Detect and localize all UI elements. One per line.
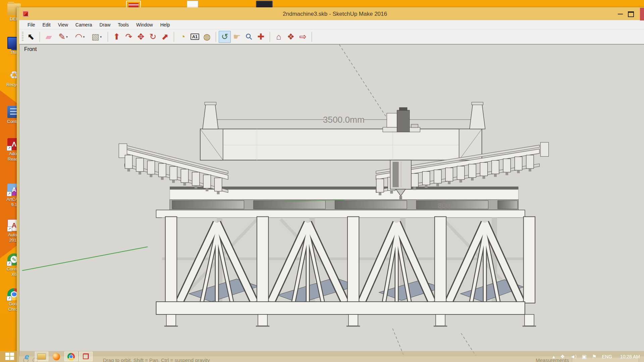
arc-tool[interactable]: ◠ ▾ bbox=[71, 31, 88, 43]
separator[interactable]: ▾ bbox=[270, 32, 270, 42]
tape-measure-tool[interactable]: ◔ ▾ bbox=[177, 31, 189, 43]
menu-window[interactable]: Window bbox=[132, 21, 157, 29]
separator[interactable]: ▾ bbox=[108, 32, 108, 42]
select-tool[interactable]: ⬉ ▾ bbox=[25, 31, 37, 43]
base-frame bbox=[156, 302, 536, 326]
line-tool[interactable]: ✎ ▾ bbox=[55, 31, 71, 43]
system-tray: ▴ ❖ ◄ ▣ ⚑ ENG 10:28 AM bbox=[552, 354, 644, 360]
tray-network-icon[interactable]: ▣ bbox=[582, 354, 587, 360]
menu-bar: File Edit View Camera Draw Tools Window … bbox=[19, 20, 644, 29]
clock[interactable]: 10:28 AM bbox=[620, 354, 640, 359]
extension-warehouse-button[interactable]: ❖ ▾ bbox=[285, 31, 297, 43]
shapes-tool[interactable]: ▧ ▾ bbox=[88, 31, 105, 43]
taskbar-chrome[interactable] bbox=[64, 352, 78, 361]
inner-dimension-label: 800 bbox=[438, 202, 450, 210]
dropdown-arrow-icon[interactable]: ▾ bbox=[66, 35, 68, 39]
titlebar[interactable]: 2ndmachine3.skb - SketchUp Make 2016 bbox=[19, 7, 644, 20]
drawing-viewport[interactable]: 3500.0mm bbox=[19, 44, 644, 356]
menu-draw[interactable]: Draw bbox=[96, 21, 114, 29]
sketchup-window: 2ndmachine3.skb - SketchUp Make 2016 Fil… bbox=[17, 7, 644, 362]
construction-line bbox=[339, 45, 388, 119]
toolbar-tools: ⬉ ▾ ▾ ▰ ▾ ✎ ▾ bbox=[25, 31, 315, 43]
menu-tools[interactable]: Tools bbox=[114, 21, 132, 29]
separator[interactable]: ▾ bbox=[174, 32, 174, 42]
model-canvas[interactable]: 3500.0mm bbox=[19, 45, 644, 356]
window-title: 2ndmachine3.skb - SketchUp Make 2016 bbox=[19, 11, 644, 17]
menu-edit[interactable]: Edit bbox=[39, 21, 54, 29]
offset-tool[interactable]: ⬈ ▾ bbox=[159, 31, 171, 43]
machine-rails bbox=[156, 187, 525, 218]
close-button[interactable] bbox=[640, 8, 644, 20]
green-axis-line bbox=[22, 247, 148, 270]
zoom-extents-tool[interactable]: ✚ ▾ bbox=[255, 31, 267, 43]
send-to-layout-button[interactable]: ⇨ ▾ bbox=[297, 31, 309, 43]
tray-expand-icon[interactable]: ▴ bbox=[552, 354, 555, 360]
dropdown-arrow-icon[interactable]: ▾ bbox=[100, 35, 102, 39]
gantry-beam bbox=[200, 102, 485, 160]
taskbar-ie[interactable]: e bbox=[20, 352, 34, 361]
separator[interactable]: ▾ bbox=[312, 32, 312, 42]
taskbar-sketchup[interactable]: ❒ bbox=[79, 352, 93, 361]
desktop: DEL This ♻ Recycle bbox=[0, 0, 644, 362]
pan-tool[interactable]: ☛ ▾ bbox=[231, 31, 243, 43]
maximize-button[interactable] bbox=[626, 8, 636, 20]
minimize-button[interactable] bbox=[615, 8, 625, 20]
view-name-label: Front bbox=[24, 46, 37, 52]
separator[interactable]: ▾ bbox=[40, 32, 40, 42]
menu-file[interactable]: File bbox=[24, 21, 39, 29]
zoom-tool[interactable]: ⚲ ▾ bbox=[243, 31, 255, 43]
toolbar-grip[interactable] bbox=[22, 32, 23, 42]
toolbar: ⬉ ▾ ▾ ▰ ▾ ✎ ▾ bbox=[19, 29, 644, 44]
tray-dropbox-icon[interactable]: ❖ bbox=[560, 354, 565, 360]
taskbar-apps: e ❒ bbox=[20, 352, 94, 361]
push-pull-tool[interactable]: ⬆ ▾ bbox=[111, 31, 123, 43]
taskbar-explorer[interactable] bbox=[35, 352, 48, 361]
taskbar: e ❒ bbox=[0, 351, 644, 362]
dimension-label: 3500.0mm bbox=[323, 115, 365, 125]
text-tool[interactable]: A1 ▾ bbox=[189, 31, 201, 43]
3d-warehouse-button[interactable]: ⌂ ▾ bbox=[273, 31, 285, 43]
eraser-tool[interactable]: ▰ ▾ bbox=[43, 31, 55, 43]
separator[interactable]: ▾ bbox=[216, 32, 216, 42]
dropdown-arrow-icon[interactable]: ▾ bbox=[83, 35, 85, 39]
rotate-tool[interactable]: ↻ ▾ bbox=[147, 31, 159, 43]
tray-volume-icon[interactable]: ◄ bbox=[570, 354, 577, 359]
paint-bucket-tool[interactable]: ◍ ▾ bbox=[201, 31, 213, 43]
orbit-tool[interactable]: ↺ ▾ bbox=[219, 31, 231, 43]
follow-me-tool[interactable]: ↷ ▾ bbox=[123, 31, 135, 43]
menu-view[interactable]: View bbox=[54, 21, 72, 29]
move-tool[interactable]: ✥ ▾ bbox=[135, 31, 147, 43]
language-indicator[interactable]: ENG bbox=[602, 354, 612, 359]
menu-help[interactable]: Help bbox=[157, 21, 174, 29]
taskbar-firefox[interactable] bbox=[50, 352, 63, 361]
tray-action-center-icon[interactable]: ⚑ bbox=[592, 354, 596, 360]
menu-camera[interactable]: Camera bbox=[72, 21, 96, 29]
start-button[interactable] bbox=[5, 353, 15, 361]
